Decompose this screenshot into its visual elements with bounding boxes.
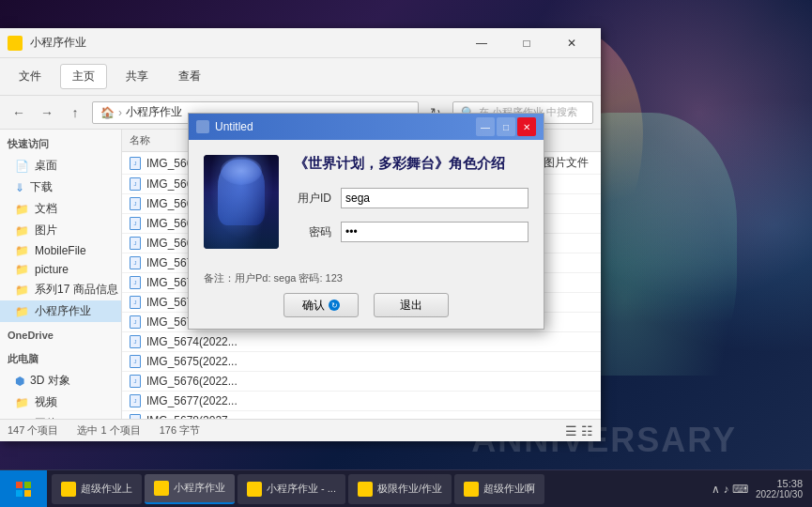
quick-access-section: 快速访问 📄 桌面 ⇓ 下载 📁 文档 📁 图片 �: [0, 133, 121, 322]
jpg-file-icon: J: [130, 276, 141, 289]
taskbar-items: 超级作业上 小程序作业 小程序作业 - ... 极限作业/作业 超级作业啊: [47, 474, 702, 504]
explorer-title: 小程序作业: [30, 35, 452, 51]
forward-button[interactable]: →: [36, 101, 58, 124]
tab-view[interactable]: 查看: [167, 65, 212, 88]
explorer-titlebar: 小程序作业 — □ ✕: [0, 28, 601, 58]
tab-share[interactable]: 共享: [115, 65, 160, 88]
quick-access-header: 快速访问: [0, 133, 121, 155]
status-size: 176 字节: [160, 423, 200, 438]
dialog-status-text: 备注：用户Pd: sega 密码: 123: [204, 271, 529, 285]
maximize-button[interactable]: □: [505, 28, 548, 58]
table-row[interactable]: JIMG_5677(2022...: [122, 392, 601, 411]
taskbar-item-1[interactable]: 小程序作业: [145, 474, 235, 504]
jpg-file-icon: J: [130, 335, 141, 348]
tab-home[interactable]: 主页: [60, 64, 107, 89]
dialog-body: 《世界计划，多彩舞台》角色介绍 用户ID 密码: [189, 140, 544, 264]
sidebar: 快速访问 📄 桌面 ⇓ 下载 📁 文档 📁 图片 �: [0, 130, 122, 419]
minimize-button[interactable]: —: [460, 28, 503, 58]
password-label: 密码: [294, 224, 331, 240]
user-id-label: 用户ID: [294, 191, 331, 207]
jpg-file-icon: J: [130, 217, 141, 230]
taskbar-item-4[interactable]: 超级作业啊: [454, 474, 544, 504]
taskbar-item-0[interactable]: 超级作业上: [52, 474, 142, 504]
path-separator: ›: [118, 106, 122, 119]
dialog-main-title: 《世界计划，多彩舞台》角色介绍: [294, 155, 529, 173]
windows-icon: [16, 482, 31, 497]
taskbar-item-2[interactable]: 小程序作业 - ...: [237, 474, 345, 504]
taskbar-item-icon-1: [154, 481, 169, 496]
start-button[interactable]: [0, 470, 47, 508]
taskbar-item-icon-3: [358, 482, 373, 497]
dialog-image: [204, 155, 279, 249]
taskbar: 超级作业上 小程序作业 小程序作业 - ... 极限作业/作业 超级作业啊 ∧ …: [0, 469, 812, 507]
dialog-window-controls: — □ ✕: [476, 117, 536, 136]
tray-icons: ∧ ♪ ⌨: [712, 483, 748, 496]
back-button[interactable]: ←: [8, 101, 30, 124]
dialog-close-button[interactable]: ✕: [517, 117, 536, 136]
dialog-maximize-button[interactable]: □: [497, 117, 515, 136]
onedrive-section: OneDrive: [0, 326, 121, 345]
up-button[interactable]: ↑: [64, 101, 86, 124]
dialog-footer: 备注：用户Pd: sega 密码: 123 确认 ↻ 退出: [189, 264, 544, 329]
svg-rect-3: [24, 490, 31, 497]
status-selected: 选中 1 个项目: [77, 423, 140, 438]
jpg-file-icon: J: [130, 177, 141, 191]
pc-section: 此电脑 ⬢ 3D 对象 📁 视频 📁 图片 📁 文档: [0, 348, 121, 419]
jpg-file-icon: J: [130, 296, 141, 309]
jpg-file-icon: J: [130, 375, 141, 388]
pc-header: 此电脑: [0, 348, 121, 370]
password-input[interactable]: [341, 222, 529, 242]
taskbar-item-icon-2: [247, 482, 262, 497]
dialog-icon: [196, 120, 209, 133]
jpg-file-icon: J: [130, 197, 141, 210]
status-bar: 147 个项目 选中 1 个项目 176 字节 ☰ ☷: [0, 419, 601, 441]
path-label: 小程序作业: [126, 104, 182, 120]
dialog-buttons: 确认 ↻ 退出: [204, 293, 529, 317]
sidebar-item-video[interactable]: 📁 视频: [0, 392, 121, 413]
tab-file[interactable]: 文件: [8, 65, 53, 88]
confirm-button[interactable]: 确认 ↻: [283, 293, 359, 317]
dialog-form: 《世界计划，多彩舞台》角色介绍 用户ID 密码: [294, 155, 529, 249]
dialog-titlebar: Untitled — □ ✕: [189, 114, 544, 140]
sidebar-item-documents[interactable]: 📁 文档: [0, 198, 121, 220]
explorer-toolbar: 文件 主页 共享 查看: [0, 58, 601, 96]
taskbar-tray: ∧ ♪ ⌨ 15:38 2022/10/30: [702, 478, 812, 499]
sidebar-item-series17[interactable]: 📁 系列17 商品信息: [0, 279, 121, 300]
sidebar-item-picture[interactable]: 📁 picture: [0, 260, 121, 279]
svg-rect-1: [24, 482, 31, 488]
sidebar-item-mobilefile[interactable]: 📁 MobileFile: [0, 241, 121, 260]
sidebar-item-desktop[interactable]: 📄 桌面: [0, 155, 121, 177]
jpg-file-icon: J: [130, 355, 141, 368]
dialog-title: Untitled: [215, 120, 470, 133]
taskbar-item-3[interactable]: 极限作业/作业: [348, 474, 452, 504]
jpg-file-icon: J: [130, 237, 141, 250]
table-row[interactable]: JIMG_5676(2022...: [122, 372, 601, 392]
sidebar-item-pictures[interactable]: 📁 图片: [0, 220, 121, 241]
sidebar-item-3dobjects[interactable]: ⬢ 3D 对象: [0, 370, 121, 392]
dialog-minimize-button[interactable]: —: [476, 117, 495, 136]
explorer-icon: [8, 36, 23, 51]
table-row[interactable]: JIMG_5674(2022...: [122, 332, 601, 352]
user-id-row: 用户ID: [294, 188, 529, 208]
user-id-input[interactable]: [341, 188, 529, 208]
cancel-button[interactable]: 退出: [374, 293, 449, 317]
jpg-file-icon: J: [130, 157, 141, 170]
login-dialog: Untitled — □ ✕ 《世界计划，多彩舞台》角色介绍 用户ID: [188, 113, 544, 330]
jpg-file-icon: J: [130, 256, 141, 269]
close-button[interactable]: ✕: [550, 28, 593, 58]
svg-rect-2: [16, 490, 23, 497]
onedrive-header: OneDrive: [0, 326, 121, 345]
status-total: 147 个项目: [8, 423, 58, 438]
sidebar-item-downloads[interactable]: ⇓ 下载: [0, 177, 121, 198]
taskbar-item-icon-4: [464, 482, 479, 497]
taskbar-item-icon-0: [61, 482, 76, 497]
view-toggle[interactable]: ☰ ☷: [565, 423, 593, 438]
jpg-file-icon: J: [130, 394, 141, 407]
jpg-file-icon: J: [130, 315, 141, 329]
table-row[interactable]: JIMG_5678(2027...: [122, 411, 601, 419]
svg-rect-0: [16, 482, 23, 488]
sidebar-item-homework[interactable]: 📁 小程序作业: [0, 300, 121, 322]
table-row[interactable]: JIMG_5675(2022...: [122, 352, 601, 372]
tray-clock[interactable]: 15:38 2022/10/30: [756, 478, 803, 499]
loading-icon: ↻: [329, 300, 340, 311]
